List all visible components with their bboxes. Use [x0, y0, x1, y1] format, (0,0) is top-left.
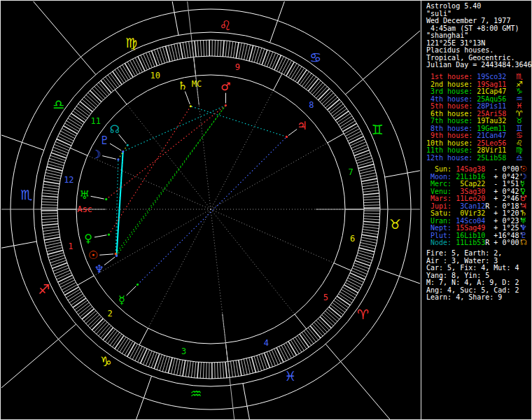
- degree-tick: [59, 134, 74, 141]
- degree-tick: [63, 126, 77, 134]
- degree-tick: [130, 60, 138, 74]
- degree-tick: [141, 55, 148, 70]
- daily-motion-value: + 0°00': [493, 239, 523, 246]
- house-number-6: 6: [350, 234, 355, 244]
- house-number-7: 7: [348, 167, 353, 177]
- house-cusp-value: 25Aqu56: [477, 95, 506, 103]
- sign-boundary-line: [144, 376, 151, 398]
- sign-glyph-cancer: ♋: [309, 50, 321, 65]
- degree-tick: [180, 43, 183, 59]
- daily-motion-value: - 0°18': [493, 202, 523, 210]
- degree-tick: [204, 40, 204, 56]
- degree-tick: [148, 352, 154, 367]
- degree-tick: [51, 260, 66, 266]
- planet-position-value: 11Leo20: [456, 195, 485, 202]
- sign-boundary-extension: [136, 398, 144, 420]
- planet-dot-uranus: [105, 198, 107, 200]
- degree-tick: [64, 287, 78, 295]
- degree-tick: [363, 188, 379, 190]
- degree-tick: [364, 216, 380, 217]
- degree-tick: [257, 356, 262, 371]
- midheaven-label: MC: [192, 79, 202, 89]
- degree-tick: [270, 52, 276, 67]
- sign-boundary-extension: [278, 1, 285, 20]
- degree-tick: [225, 41, 227, 57]
- degree-tick: [363, 184, 379, 186]
- planet-label: Moon:: [426, 173, 456, 181]
- house-cusp-spoke-6: [211, 209, 334, 263]
- degree-tick: [348, 134, 363, 141]
- planet-dot-sun: [115, 253, 117, 255]
- degree-tick: [260, 49, 265, 64]
- sign-boundary-line: [14, 241, 36, 246]
- degree-tick: [42, 221, 58, 223]
- degree-tick: [183, 360, 186, 377]
- planet-position-value: 16Lib10: [456, 232, 485, 239]
- house-cusp-segment-8: [328, 134, 344, 143]
- degree-tick: [41, 205, 57, 206]
- julian-day: Julian Day = 2443484.3646: [426, 62, 532, 69]
- house-label: 7th house:: [426, 117, 477, 125]
- degree-tick: [230, 361, 232, 377]
- planet-glyph-jupiter: ♃: [297, 119, 307, 132]
- house-cusp-segment-5: [295, 314, 307, 329]
- degree-tick: [60, 131, 74, 139]
- planet-label: Mars:: [426, 195, 456, 202]
- degree-tick: [42, 196, 58, 197]
- aspect-sextile-mars-pluto: [123, 106, 226, 152]
- house-label: 11th house:: [426, 146, 477, 154]
- degree-tick: [267, 52, 272, 66]
- degree-tick: [41, 218, 57, 219]
- degree-tick: [286, 62, 294, 76]
- sign-glyph-aquarius: ♒: [190, 386, 202, 401]
- house-number-10: 10: [150, 71, 160, 80]
- summary-learn-share: Learn: 4, Share: 9: [426, 294, 519, 302]
- degree-tick: [188, 361, 190, 377]
- degree-tick: [135, 346, 142, 361]
- house-cusp-segment-12: [70, 148, 88, 155]
- retrograde-marker: [485, 217, 493, 225]
- daily-motion-value: +16°48': [493, 232, 523, 239]
- house-label: 8th house:: [426, 125, 477, 132]
- daily-motion-value: + 1°20': [493, 209, 523, 217]
- degree-tick: [160, 356, 164, 371]
- house-label: 4th house:: [426, 95, 477, 103]
- chart-info-panel: Astrolog 5.40 "suli" Wed December 7, 197…: [421, 1, 532, 419]
- degree-tick: [363, 232, 379, 234]
- degree-tick: [220, 40, 220, 56]
- degree-tick: [265, 50, 270, 66]
- degree-tick: [154, 354, 160, 369]
- degree-tick: [186, 361, 188, 377]
- degree-tick: [346, 129, 360, 136]
- degree-tick: [361, 240, 377, 244]
- retrograde-marker: [485, 180, 493, 188]
- planet-pointer-venus: [94, 235, 107, 237]
- planet-dot-moon: [117, 158, 119, 160]
- degree-tick: [276, 57, 284, 71]
- degree-tick: [62, 282, 76, 290]
- degree-tick: [157, 48, 162, 64]
- planet-dot-mars: [225, 104, 227, 106]
- degree-tick: [200, 363, 201, 379]
- degree-tick: [195, 41, 196, 57]
- planet-position-value: 21Lib16: [456, 173, 485, 181]
- degree-tick: [177, 360, 181, 376]
- degree-tick: [203, 363, 204, 379]
- house-number-2: 2: [107, 309, 112, 318]
- degree-tick: [274, 349, 281, 363]
- degree-tick: [191, 362, 193, 378]
- degree-tick: [363, 224, 379, 225]
- house-label: 1st house:: [426, 73, 477, 80]
- degree-tick: [41, 216, 57, 216]
- planet-glyph-neptune: ♆: [94, 262, 104, 276]
- planet-position-value: 0Vir32: [456, 209, 485, 217]
- sign-boundary-line: [58, 324, 76, 339]
- degree-tick: [54, 268, 69, 274]
- daily-motion-value: + 1°25': [493, 224, 523, 232]
- degree-tick: [352, 268, 367, 274]
- degree-tick: [43, 190, 59, 192]
- aspect-conjunction-node-pluto: [123, 145, 128, 151]
- planet-position-value: 3Can12: [456, 202, 485, 210]
- degree-tick: [200, 40, 201, 56]
- degree-tick: [363, 230, 379, 232]
